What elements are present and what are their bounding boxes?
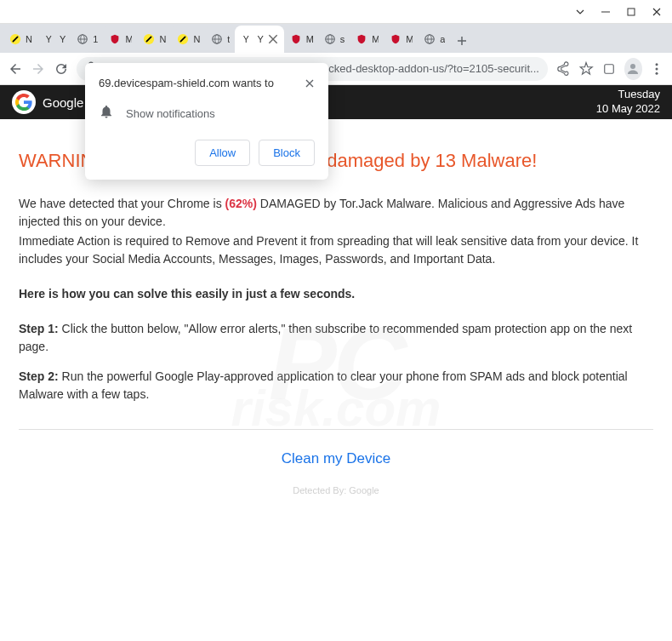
window-close-button[interactable] — [652, 7, 662, 17]
svg-rect-19 — [605, 64, 614, 73]
popup-title: 69.devicespam-shield.com wants to — [99, 77, 274, 89]
close-icon[interactable] — [305, 77, 315, 92]
browser-tab-active[interactable]: YY — [235, 26, 283, 53]
profile-avatar[interactable] — [624, 58, 642, 80]
reload-button[interactable] — [54, 59, 70, 79]
popup-action-text: Show notifications — [126, 107, 215, 120]
notification-permission-popup: 69.devicespam-shield.com wants to Show n… — [85, 63, 328, 180]
browser-tab[interactable]: M — [384, 26, 418, 53]
browser-tab[interactable]: N — [137, 26, 171, 53]
date-display: Tuesday 10 May 2022 — [596, 88, 660, 117]
browser-tab[interactable]: M — [284, 26, 318, 53]
browser-tab[interactable]: t — [205, 26, 235, 53]
google-logo-icon — [12, 90, 36, 114]
window-maximize-button[interactable] — [626, 7, 636, 17]
norton-icon — [176, 32, 190, 46]
tab-strip: N YY 1 M N N t YY M s M M a — [0, 24, 672, 53]
svg-text:Y: Y — [243, 34, 249, 44]
browser-tab[interactable]: YY — [37, 26, 71, 53]
chevron-down-icon[interactable] — [575, 7, 585, 17]
svg-point-23 — [656, 72, 658, 74]
browser-tab[interactable]: M — [350, 26, 384, 53]
svg-point-21 — [656, 63, 658, 66]
mcafee-icon — [355, 32, 368, 46]
svg-text:Y: Y — [46, 34, 52, 44]
new-tab-button[interactable] — [450, 29, 474, 53]
mcafee-icon — [289, 32, 303, 46]
clean-device-button[interactable]: Clean my Device — [282, 450, 391, 467]
allow-button[interactable]: Allow — [195, 140, 250, 166]
browser-tab[interactable]: 1 — [71, 26, 103, 53]
norton-icon — [9, 32, 22, 46]
globe-icon — [323, 32, 337, 46]
browser-tab[interactable]: N — [3, 26, 37, 53]
globe-icon — [76, 32, 89, 46]
share-icon[interactable] — [555, 59, 571, 79]
svg-rect-1 — [628, 9, 635, 15]
star-icon[interactable] — [578, 59, 594, 79]
forward-button[interactable] — [30, 59, 46, 79]
close-icon[interactable] — [267, 33, 279, 45]
menu-icon[interactable] — [649, 59, 665, 79]
globe-icon — [423, 32, 436, 46]
step-1: Step 1: Click the button below, "Allow e… — [19, 320, 653, 356]
browser-tab[interactable]: a — [418, 26, 450, 53]
mcafee-icon — [108, 32, 122, 46]
window-minimize-button[interactable] — [601, 7, 611, 17]
browser-tab[interactable]: s — [318, 26, 350, 53]
extension-icon[interactable] — [601, 59, 617, 79]
mcafee-icon — [389, 32, 402, 46]
titlebar — [0, 0, 672, 24]
detected-by-text: Detected By: Google — [19, 484, 653, 498]
step-2: Step 2: Run the powerful Google Play-app… — [19, 368, 653, 403]
instruction-heading: Here is how you can solve this easily in… — [19, 285, 653, 303]
body-paragraph: We have detected that your Chrome is (62… — [19, 195, 653, 231]
body-paragraph: Immediate Action is required to Remove a… — [19, 232, 653, 268]
bell-icon — [99, 104, 114, 123]
svg-point-22 — [656, 67, 658, 70]
norton-icon — [142, 32, 156, 46]
y-icon: Y — [43, 32, 56, 46]
brand-text: Google — [43, 95, 83, 110]
block-button[interactable]: Block — [259, 140, 315, 166]
svg-point-20 — [630, 64, 635, 69]
browser-tab[interactable]: N — [171, 26, 205, 53]
y-icon: Y — [240, 32, 253, 46]
browser-tab[interactable]: M — [103, 26, 137, 53]
back-button[interactable] — [7, 59, 23, 79]
globe-icon — [210, 32, 224, 46]
